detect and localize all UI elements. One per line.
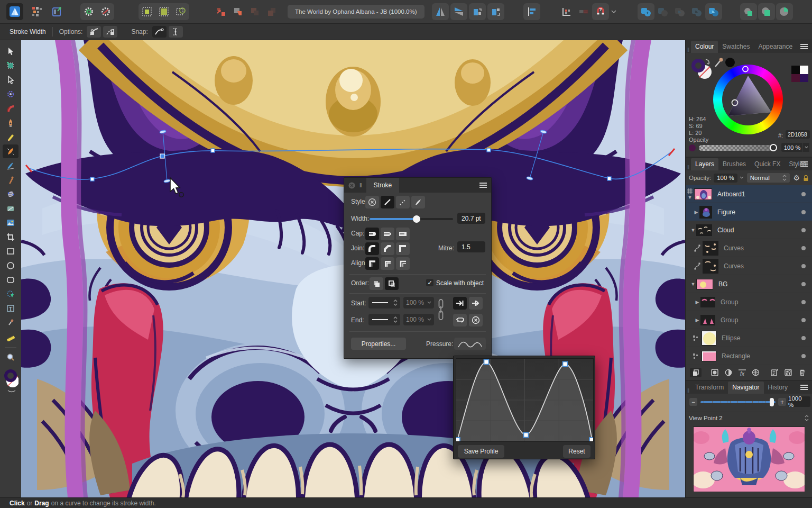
node-tool[interactable]: [3, 73, 19, 87]
join-bevel-button[interactable]: [381, 242, 394, 255]
zoom-slider-handle[interactable]: [770, 398, 774, 406]
arrow-align-tip-button[interactable]: [453, 297, 467, 310]
layer-row-cloud[interactable]: ▼ Cloud: [686, 221, 812, 239]
layer-row-curves-2[interactable]: Curves: [686, 257, 812, 275]
shape-tool[interactable]: [3, 287, 19, 301]
chevron-right-icon[interactable]: ▶: [694, 318, 700, 323]
snapping-dropdown-chevron[interactable]: [609, 3, 619, 20]
width-value-field[interactable]: 20.7 pt: [457, 213, 485, 224]
visibility-dot[interactable]: [801, 336, 806, 340]
layer-settings-gear-icon[interactable]: ⚙: [793, 174, 800, 182]
stepper-icon[interactable]: [805, 415, 809, 421]
arrow-align-base-button[interactable]: [469, 297, 483, 310]
pressure-curve-editor[interactable]: [456, 358, 594, 442]
app-button[interactable]: [6, 3, 23, 20]
reset-button[interactable]: Reset: [563, 445, 590, 458]
scale-with-object-checkbox[interactable]: ✓: [426, 279, 433, 286]
properties-button[interactable]: Properties...: [351, 338, 406, 350]
cap-butt-button[interactable]: [365, 228, 379, 240]
boolean-intersect-button[interactable]: [671, 3, 688, 20]
rotate-right-button[interactable]: [487, 3, 504, 20]
view-point-row[interactable]: View Point 2: [686, 412, 812, 423]
transform-front-button[interactable]: [263, 3, 280, 20]
width-slider-track[interactable]: [370, 218, 453, 220]
visibility-dot[interactable]: [801, 264, 806, 268]
cap-square-button[interactable]: [396, 228, 410, 240]
panel-menu-icon[interactable]: [800, 385, 808, 390]
geometry-front-button[interactable]: [776, 3, 793, 20]
layer-effects-button[interactable]: fx: [736, 368, 748, 377]
place-image-tool[interactable]: [3, 216, 19, 230]
visibility-dot[interactable]: [801, 210, 806, 214]
boolean-divide-button[interactable]: [705, 3, 722, 20]
delete-layer-button[interactable]: [796, 368, 808, 377]
hue-selector[interactable]: [743, 67, 748, 72]
zoom-in-button[interactable]: +: [778, 398, 786, 406]
style-dashed-button[interactable]: [396, 196, 410, 208]
chevron-down-icon[interactable]: [739, 176, 745, 179]
start-percent-dropdown[interactable]: 100 %: [403, 297, 434, 309]
flip-vertical-button[interactable]: [450, 3, 467, 20]
stroke-panel-tab[interactable]: Stroke: [366, 178, 400, 193]
join-miter-button[interactable]: [396, 242, 410, 255]
opacity-dropdown-chevron[interactable]: [802, 143, 809, 152]
visibility-dot[interactable]: [801, 228, 806, 232]
tab-history[interactable]: History: [764, 382, 792, 394]
visibility-dot[interactable]: [801, 192, 806, 196]
artboard-grid-large-button[interactable]: [155, 3, 172, 20]
layer-row-bg[interactable]: ▼ BG: [686, 275, 812, 293]
new-pattern-layer-button[interactable]: [782, 368, 794, 377]
blend-mode-dropdown[interactable]: Normal: [747, 173, 790, 183]
new-layer-button[interactable]: [769, 368, 780, 377]
export-persona-button[interactable]: [49, 3, 66, 20]
alignment-button[interactable]: [523, 3, 540, 20]
snap-curves-button[interactable]: [152, 26, 167, 38]
layer-row-figure[interactable]: ▶ Figure: [686, 203, 812, 221]
pen-tool[interactable]: [3, 116, 19, 130]
artboard-insert-button[interactable]: [172, 3, 189, 20]
opacity-slider-handle[interactable]: [770, 144, 777, 151]
panel-grip[interactable]: ‖: [686, 388, 691, 394]
align-outside-button[interactable]: [396, 257, 410, 270]
end-percent-dropdown[interactable]: 100 %: [403, 314, 434, 325]
transform-duplicate-button[interactable]: [229, 3, 246, 20]
artboard-grid-small-button[interactable]: [139, 3, 155, 20]
geometry-inside-button[interactable]: [758, 3, 775, 20]
chevron-down-icon[interactable]: ▼: [690, 282, 696, 287]
move-tool[interactable]: [3, 44, 19, 58]
transparency-tool[interactable]: [3, 202, 19, 215]
tab-appearance[interactable]: Appearance: [754, 41, 797, 53]
measure-tool[interactable]: [3, 330, 19, 344]
snap-pressure-button[interactable]: [169, 26, 183, 38]
chevron-right-icon[interactable]: ▶: [693, 210, 699, 215]
start-style-dropdown[interactable]: [368, 297, 400, 309]
swap-ends-button[interactable]: [453, 314, 467, 326]
style-solid-button[interactable]: [381, 196, 394, 208]
layers-opacity-field[interactable]: 100 %: [714, 174, 737, 183]
transform-back-button[interactable]: [246, 3, 263, 20]
crop-tool[interactable]: [3, 230, 19, 244]
visibility-dot[interactable]: [801, 354, 806, 358]
swatch-white[interactable]: [800, 66, 808, 74]
boolean-xor-button[interactable]: [688, 3, 705, 20]
preferences-gear-button[interactable]: [80, 3, 97, 20]
text-tool[interactable]: T: [3, 302, 19, 315]
corner-tool[interactable]: [3, 102, 19, 115]
chevron-down-icon[interactable]: ▼: [690, 228, 696, 233]
panel-grip[interactable]: ‖: [686, 165, 691, 170]
pencil-tool[interactable]: [3, 130, 19, 144]
selected-node[interactable]: [160, 154, 164, 158]
ellipse-tool[interactable]: [3, 259, 19, 273]
layer-row-group-1[interactable]: ▶ Group: [686, 293, 812, 311]
colour-wheel[interactable]: [713, 65, 783, 134]
adjustment-layer-button[interactable]: [723, 368, 734, 377]
layer-row-rectangle[interactable]: Rectangle: [686, 347, 812, 365]
panel-menu-icon[interactable]: [800, 161, 808, 167]
end-style-dropdown[interactable]: [368, 314, 400, 325]
chevron-right-icon[interactable]: ▶: [694, 300, 700, 305]
style-none-button[interactable]: [365, 196, 379, 208]
cap-round-button[interactable]: [381, 228, 394, 240]
tab-transform[interactable]: Transform: [691, 382, 728, 394]
visibility-dot[interactable]: [801, 318, 806, 322]
fill-tool[interactable]: [3, 187, 19, 201]
